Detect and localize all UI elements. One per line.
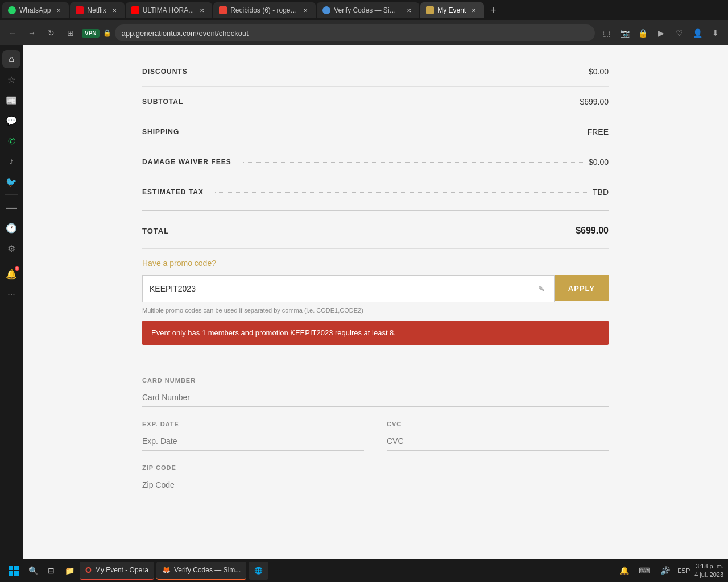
taskbar-app-verify[interactable]: 🦊 Verify Codes — Sim...: [156, 562, 246, 580]
subtotal-dots: [195, 102, 575, 102]
tab-whatsapp-close[interactable]: ✕: [54, 6, 63, 15]
taskbar-notifications-button[interactable]: 🔔: [616, 563, 632, 579]
taskbar-taskview-button[interactable]: ⊟: [43, 563, 59, 579]
sidebar-icon-whatsapp[interactable]: ✆: [2, 132, 20, 150]
new-tab-button[interactable]: +: [485, 2, 501, 18]
order-row-damage: DAMAGE WAIVER FEES $0.00: [142, 147, 609, 177]
order-row-shipping: SHIPPING FREE: [142, 117, 609, 147]
start-button[interactable]: [5, 562, 23, 580]
sidebar-divider-1: [5, 194, 18, 195]
sidebar-icon-settings[interactable]: ⚙: [2, 239, 20, 257]
address-text: app.generationtux.com/event/checkout: [122, 29, 249, 38]
order-row-discounts: DISCOUNTS $0.00: [142, 57, 609, 87]
reload-button[interactable]: ↻: [43, 25, 59, 41]
sidebar-icon-twitter[interactable]: 🐦: [2, 173, 20, 191]
vpn-badge[interactable]: VPN: [82, 29, 100, 38]
back-button[interactable]: ←: [5, 25, 20, 41]
promo-code-link[interactable]: Have a promo code?: [142, 259, 216, 268]
total-row: TOTAL $699.00: [142, 213, 609, 248]
sidebar-icon-history[interactable]: 🕐: [2, 219, 20, 237]
tab-whatsapp[interactable]: WhatsApp ✕: [2, 2, 69, 18]
subtotal-label: SUBTOTAL: [142, 98, 183, 106]
forward-button[interactable]: →: [24, 25, 40, 41]
address-bar[interactable]: app.generationtux.com/event/checkout: [115, 24, 595, 41]
sidebar-icon-star[interactable]: ☆: [2, 70, 20, 89]
sidebar-icon-home[interactable]: ⌂: [2, 50, 20, 68]
taskbar-app-chrome-icon: 🌐: [254, 567, 263, 575]
taskbar-files-button[interactable]: 📁: [61, 563, 77, 579]
damage-label: DAMAGE WAIVER FEES: [142, 158, 231, 166]
browser-chrome: WhatsApp ✕ Netflix ✕ ULTIMA HORA... ✕ Re…: [0, 0, 728, 46]
zip-code-field-group: ZIP CODE: [142, 464, 609, 494]
payment-section: CARD NUMBER EXP. DATE CVC ZIP CODE: [142, 377, 609, 494]
player-button[interactable]: ▶: [653, 25, 669, 41]
taskbar-language: ESP: [677, 567, 690, 574]
sidebar-icon-news[interactable]: 📰: [2, 91, 20, 109]
extensions-button[interactable]: ⬚: [598, 25, 614, 41]
shipping-label: SHIPPING: [142, 128, 179, 136]
svg-rect-2: [9, 571, 13, 576]
damage-value: $0.00: [589, 157, 609, 167]
favorites-button[interactable]: ♡: [671, 25, 687, 41]
taskbar-app-verify-label: Verify Codes — Sim...: [174, 566, 241, 574]
promo-input-wrapper: ✎: [142, 275, 555, 302]
exp-date-field-group: EXP. DATE: [142, 421, 364, 451]
taskbar-search-button[interactable]: 🔍: [25, 563, 41, 579]
tab-verify-close[interactable]: ✕: [404, 6, 413, 15]
order-row-subtotal: SUBTOTAL $699.00: [142, 87, 609, 117]
tab-gmail[interactable]: Recibidos (6) - rogeli... ✕: [213, 2, 316, 18]
card-number-input[interactable]: [142, 388, 609, 407]
main-content[interactable]: DISCOUNTS $0.00 SUBTOTAL $699.00 SHIPPIN…: [23, 45, 728, 559]
taskbar-app-chrome[interactable]: 🌐: [249, 562, 268, 580]
tab-grid-button[interactable]: ⊞: [63, 25, 78, 41]
myevent-favicon: [426, 6, 434, 14]
zip-code-input[interactable]: [142, 476, 256, 494]
ultima-favicon: [131, 6, 139, 14]
sidebar-icon-more[interactable]: ···: [2, 285, 20, 304]
taskbar-keyboard-button[interactable]: ⌨: [636, 563, 652, 579]
tab-netflix[interactable]: Netflix ✕: [70, 2, 124, 18]
total-divider: [142, 210, 609, 211]
card-number-field-group: CARD NUMBER: [142, 377, 609, 407]
sidebar-icon-messenger[interactable]: 💬: [2, 111, 20, 130]
sidebar-icon-tiktok[interactable]: ♪: [2, 152, 20, 171]
promo-clear-button[interactable]: ✎: [536, 282, 547, 296]
tab-verify[interactable]: Verify Codes — Simpl... ✕: [317, 2, 419, 18]
tab-ultima-close[interactable]: ✕: [197, 6, 206, 15]
whatsapp-favicon: [8, 6, 16, 14]
taskbar-clock: 3:18 p. m. 4 jul. 2023: [694, 562, 723, 580]
tab-gmail-close[interactable]: ✕: [301, 6, 310, 15]
sidebar-icon-minus[interactable]: —: [2, 198, 20, 217]
taskbar-app-myevent[interactable]: O My Event - Opera: [80, 562, 154, 580]
tab-ultima[interactable]: ULTIMA HORA... ✕: [126, 2, 212, 18]
tax-label: ESTIMATED TAX: [142, 188, 204, 196]
tab-ultima-label: ULTIMA HORA...: [143, 6, 194, 14]
promo-code-input[interactable]: [150, 276, 536, 302]
cvc-field-group: CVC: [387, 421, 609, 451]
apply-promo-button[interactable]: APPLY: [555, 275, 609, 301]
order-row-tax: ESTIMATED TAX TBD: [142, 177, 609, 207]
nav-actions: ⬚ 📷 🔒 ▶ ♡ 👤 ⬇: [598, 25, 723, 41]
tab-netflix-close[interactable]: ✕: [110, 6, 119, 15]
total-label: TOTAL: [142, 227, 169, 235]
tab-netflix-label: Netflix: [87, 6, 106, 14]
lock-button[interactable]: 🔒: [635, 25, 651, 41]
taskbar-time-text: 3:18 p. m.: [694, 562, 723, 571]
order-summary: DISCOUNTS $0.00 SUBTOTAL $699.00 SHIPPIN…: [142, 57, 609, 207]
promo-section: Have a promo code? ✎ APPLY Multiple prom…: [142, 249, 609, 354]
cvc-label: CVC: [387, 421, 609, 427]
discounts-value: $0.00: [589, 67, 609, 76]
windows-logo-icon: [8, 565, 19, 576]
profile-button[interactable]: 👤: [689, 25, 705, 41]
camera-button[interactable]: 📷: [617, 25, 632, 41]
exp-date-input[interactable]: [142, 432, 364, 451]
tab-myevent-close[interactable]: ✕: [469, 6, 478, 15]
taskbar-volume-button[interactable]: 🔊: [657, 563, 673, 579]
cvc-input[interactable]: [387, 432, 609, 451]
tab-myevent[interactable]: My Event ✕: [420, 2, 484, 18]
download-button[interactable]: ⬇: [708, 25, 723, 41]
shipping-dots: [191, 132, 582, 132]
shipping-value: FREE: [588, 127, 609, 136]
sidebar-icon-notification[interactable]: 🔔 !: [2, 265, 20, 283]
tab-myevent-label: My Event: [437, 6, 466, 14]
